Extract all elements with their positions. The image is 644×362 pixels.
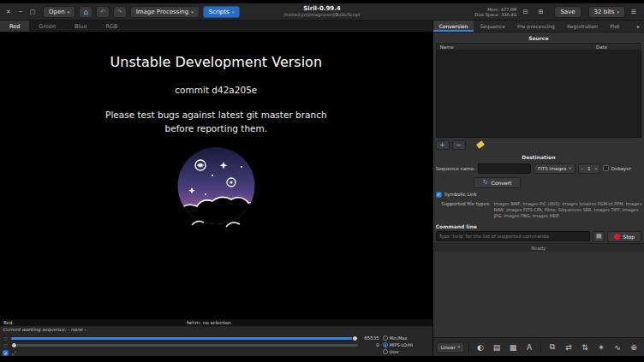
tools-panel: Conversion Sequence Pre-processing Regis… [432, 21, 644, 356]
column-date[interactable]: Date [593, 45, 641, 50]
bitdepth-select[interactable]: 32 bits ▾ [588, 6, 625, 18]
autostretch-checkbox[interactable] [3, 350, 9, 356]
command-list-icon[interactable]: ▤ [593, 231, 605, 242]
redo-icon: ↷ [117, 9, 122, 15]
maximize-icon[interactable]: ▢ [27, 7, 38, 17]
stepper-decrement-icon[interactable]: − [581, 166, 584, 171]
psf-star-icon[interactable]: ✶ [594, 341, 608, 354]
save-button[interactable]: Save [554, 6, 581, 18]
debayer-label: Debayer [611, 166, 631, 171]
radio-user-control[interactable] [383, 349, 388, 354]
window-title-block: Siril-0.99.4 /home/cyril/Images/siril/Bu… [228, 5, 416, 17]
zoom-fit-icon[interactable]: ⤢ [12, 350, 16, 357]
image-processing-label: Image Processing [136, 9, 189, 15]
image-processing-button[interactable]: Image Processing ▾ [130, 6, 200, 18]
minimize-icon[interactable]: − [15, 7, 26, 17]
tab-rgb[interactable]: RGB [96, 21, 127, 32]
mirror-horizontal-icon[interactable]: ⇄ [562, 341, 575, 354]
radio-mips-lohi[interactable]: MIPS-LO/HI [383, 341, 431, 348]
annotations-icon[interactable]: A [522, 341, 536, 354]
lo-value: 0 [361, 342, 379, 347]
disk-space-label: Disk Space: 336.4G [474, 12, 516, 17]
tab-pre-processing[interactable]: Pre-processing [511, 21, 561, 32]
negative-view-icon[interactable]: ◐ [474, 341, 487, 354]
display-toolbar: Linear ▾ ◐ ▤ ▦ A ⧉ ⇄ ⇅ ✶ ∿ ⊕ [433, 337, 644, 356]
lo-slider[interactable] [11, 344, 358, 347]
tab-registration[interactable]: Registration [561, 21, 604, 32]
tab-plot[interactable]: Plot [604, 21, 625, 32]
source-list-header: Name Date [436, 43, 641, 50]
lo-lock-icon[interactable]: ◻ [3, 342, 9, 347]
sequence-name-label: Sequence name: [436, 166, 475, 171]
convert-button-label: Convert [492, 180, 512, 186]
resource-usage: Mem: 477.8M Disk Space: 336.4G [474, 7, 516, 17]
image-canvas[interactable]: Unstable Development Version commit d42a… [0, 32, 432, 319]
lo-slider-handle[interactable] [11, 342, 17, 348]
splash-message: Please test bugs against latest git mast… [105, 108, 327, 136]
radio-mips-lohi-control[interactable] [383, 342, 388, 347]
grid-overlay-icon[interactable]: ▦ [506, 341, 520, 354]
supported-file-types: Supported file types: Images BMP, Images… [433, 199, 644, 222]
start-index-stepper[interactable]: − 1 + [578, 163, 600, 174]
display-mode-value: Linear [441, 345, 456, 350]
hi-lock-icon[interactable]: ◻ [3, 335, 9, 341]
debayer-checkbox[interactable] [603, 165, 609, 171]
symbolic-link-checkbox[interactable] [436, 192, 442, 198]
column-name[interactable]: Name [437, 45, 593, 50]
radio-user[interactable]: User [383, 348, 431, 355]
tab-conversion[interactable]: Conversion [433, 21, 474, 32]
source-section-title: Source [433, 33, 644, 43]
radio-minmax-control[interactable] [383, 335, 388, 341]
bitdepth-label: 32 bits [594, 9, 615, 15]
image-view-pane: Red Green Blue RGB Unstable Development … [0, 21, 432, 356]
siril-logo [175, 146, 258, 232]
tab-sequence[interactable]: Sequence [474, 21, 511, 32]
tab-blue[interactable]: Blue [65, 21, 96, 32]
current-channel-label: Red [3, 320, 12, 325]
hi-slider[interactable] [11, 337, 358, 340]
sequence-name-input[interactable] [478, 163, 531, 174]
tab-red[interactable]: Red [0, 21, 29, 32]
splash-heading: Unstable Development Version [110, 54, 322, 70]
command-line-header: Command line [433, 222, 644, 230]
convert-button[interactable]: ↻ Convert [474, 177, 522, 188]
photometry-icon[interactable]: ⊕ [627, 341, 641, 354]
tab-green[interactable]: Green [29, 21, 65, 32]
titlebar: ✕ − ▢ Open ▾ ⌂ ↶ ↷ Image Processing ▾ Sc… [0, 3, 644, 21]
tabs-overflow-icon[interactable]: ▸ [633, 21, 644, 32]
output-format-select[interactable]: FITS images ▾ [534, 163, 575, 174]
chevron-down-icon: ▾ [569, 166, 570, 170]
false-color-icon[interactable]: ▤ [490, 341, 504, 354]
layers-icon[interactable]: ⧉ [546, 341, 559, 354]
radio-minmax[interactable]: Min/Max [383, 335, 431, 341]
shrink-icon[interactable]: ⊟ [520, 7, 530, 17]
scaling-mode-radios: Min/Max MIPS-LO/HI User [383, 335, 431, 355]
clear-list-icon[interactable] [475, 140, 485, 150]
remove-files-button[interactable]: − [452, 140, 466, 150]
symbolic-link-label: Symbolic Link [444, 192, 477, 197]
fwhm-label: fwhm: no selection [187, 320, 231, 325]
close-icon[interactable]: ✕ [3, 7, 14, 17]
home-button[interactable]: ⌂ [79, 6, 92, 18]
undo-button[interactable]: ↶ [96, 6, 110, 18]
source-file-list[interactable] [436, 50, 641, 138]
open-button[interactable]: Open ▾ [43, 6, 75, 18]
channel-tabs: Red Green Blue RGB [0, 21, 432, 32]
stepper-increment-icon[interactable]: + [593, 166, 597, 171]
stop-button[interactable]: Stop [607, 231, 641, 242]
chevron-down-icon: ▾ [191, 9, 194, 15]
tools-tabs: Conversion Sequence Pre-processing Regis… [433, 21, 644, 33]
mirror-vertical-icon[interactable]: ⇅ [578, 341, 592, 354]
command-input[interactable] [436, 231, 591, 241]
add-files-button[interactable]: + [436, 140, 450, 150]
window-title: Siril-0.99.4 [228, 5, 416, 12]
siril-window: ✕ − ▢ Open ▾ ⌂ ↶ ↷ Image Processing ▾ Sc… [0, 3, 644, 356]
hi-slider-handle[interactable] [352, 335, 358, 341]
hamburger-menu-icon[interactable]: ☰ [629, 7, 639, 17]
expand-icon[interactable]: ⊞ [535, 7, 546, 17]
plot-profile-icon[interactable]: ∿ [611, 341, 624, 354]
scripts-label: Scripts [209, 9, 230, 15]
display-mode-select[interactable]: Linear ▾ [437, 342, 464, 353]
save-button-label: Save [560, 9, 575, 15]
redo-button[interactable]: ↷ [113, 6, 127, 18]
